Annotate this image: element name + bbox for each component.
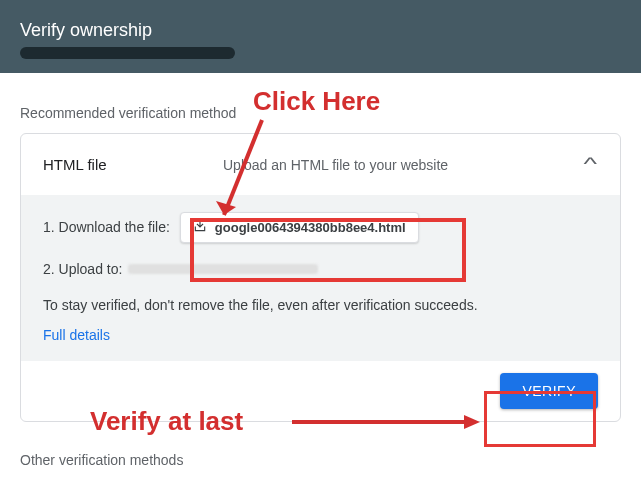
card-header[interactable]: HTML file Upload an HTML file to your we… bbox=[21, 134, 620, 195]
header-subtitle-redacted bbox=[20, 47, 235, 59]
chevron-up-icon[interactable]: ^ bbox=[577, 150, 603, 179]
step-2: 2. Upload to: bbox=[43, 255, 598, 283]
download-icon bbox=[193, 219, 207, 236]
upload-url-redacted bbox=[128, 264, 318, 274]
download-file-button[interactable]: google0064394380bb8ee4.html bbox=[180, 212, 419, 243]
method-name: HTML file bbox=[43, 156, 223, 173]
other-methods-label: Other verification methods bbox=[20, 452, 621, 468]
verify-button[interactable]: VERIFY bbox=[500, 373, 598, 409]
method-description: Upload an HTML file to your website bbox=[223, 157, 582, 173]
full-details-link[interactable]: Full details bbox=[43, 327, 598, 343]
card-body: 1. Download the file: google0064394380bb… bbox=[21, 195, 620, 361]
verification-method-card: HTML file Upload an HTML file to your we… bbox=[20, 133, 621, 422]
verification-note: To stay verified, don't remove the file,… bbox=[43, 297, 598, 313]
step-1: 1. Download the file: google0064394380bb… bbox=[43, 213, 598, 241]
header: Verify ownership bbox=[0, 0, 641, 73]
download-filename: google0064394380bb8ee4.html bbox=[215, 220, 406, 235]
recommended-method-label: Recommended verification method bbox=[20, 105, 621, 121]
card-footer: VERIFY bbox=[21, 361, 620, 421]
step-2-label: 2. Upload to: bbox=[43, 261, 122, 277]
step-1-label: 1. Download the file: bbox=[43, 219, 170, 235]
page-title: Verify ownership bbox=[20, 20, 621, 41]
content-area: Recommended verification method HTML fil… bbox=[0, 73, 641, 500]
